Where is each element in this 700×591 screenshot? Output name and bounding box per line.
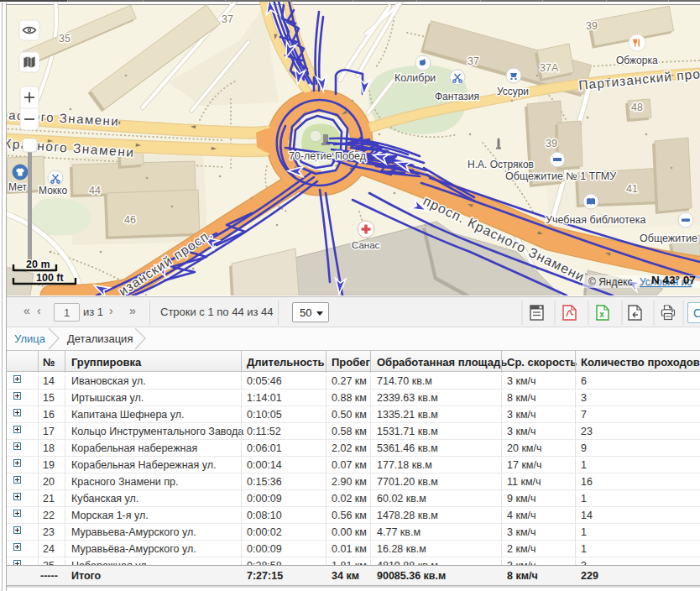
svg-text:39: 39 [586, 20, 598, 32]
svg-text:39: 39 [546, 138, 557, 149]
svg-text:Общежитие № 1 ТГМУ: Общежитие № 1 ТГМУ [505, 170, 616, 182]
svg-text:N 43° 07: N 43° 07 [651, 274, 696, 286]
svg-text:Общежитие №: Общежитие № [640, 233, 700, 244]
svg-text:Колибри: Колибри [394, 72, 436, 84]
svg-text:x: x [599, 310, 604, 319]
svg-text:Уссури: Уссури [497, 86, 529, 97]
svg-text:Фантазия: Фантазия [435, 91, 479, 102]
svg-text:70-летие Побед: 70-летие Побед [289, 150, 367, 162]
svg-text:41: 41 [626, 183, 638, 195]
svg-text:Мет: Мет [8, 181, 27, 193]
svg-text:37А: 37А [540, 62, 559, 74]
svg-text:Учебная библиотека: Учебная библиотека [546, 214, 645, 226]
svg-text:37: 37 [468, 55, 479, 67]
svg-text:Н.А. Остряков: Н.А. Остряков [468, 159, 534, 170]
svg-text:20 m: 20 m [26, 259, 50, 270]
svg-text:35: 35 [59, 33, 71, 44]
svg-text:44: 44 [89, 185, 101, 196]
svg-text:46: 46 [124, 214, 136, 226]
svg-text:Санас: Санас [352, 240, 380, 250]
svg-text:100 ft: 100 ft [36, 272, 64, 284]
svg-text:Обжорка: Обжорка [616, 55, 658, 66]
svg-text:48: 48 [631, 102, 643, 113]
svg-text:37: 37 [222, 13, 233, 25]
svg-text:Мокко: Мокко [39, 185, 67, 196]
svg-text:© Яндекс: © Яндекс [588, 276, 633, 288]
